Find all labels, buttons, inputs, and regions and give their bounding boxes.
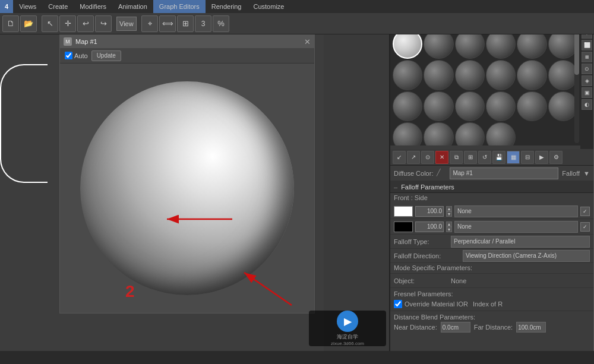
toolbar-percent-btn[interactable]: % [213,15,229,32]
map-panel-title: Map #1 [75,38,97,45]
none-dropdown-2[interactable]: None [454,221,578,233]
dropdown-arrow-icon[interactable]: ▼ [583,170,590,177]
right-tool-panel: ○ ⬜ ▦ ⊙ ◈ ▣ ◐ [580,27,593,149]
sphere-preview [80,81,294,295]
toolbar-open-btn[interactable]: 📂 [20,15,37,32]
falloff-dir-dropdown[interactable]: Viewing Direction (Camera Z-Axis) [463,250,590,262]
view-dropdown[interactable]: View [116,17,137,31]
mat-sample-22[interactable] [486,122,516,145]
mat-tool-bg-btn[interactable]: ▣ [582,87,592,98]
checkbox-1[interactable]: ✓ [580,207,590,216]
mat-sample-16[interactable] [486,91,516,121]
falloff-type-dropdown[interactable]: Perpendicular / Parallel [451,236,590,248]
mat-sample-8[interactable] [424,60,453,90]
spin-up-2[interactable]: ▲ [446,221,452,227]
spin-up-1[interactable]: ▲ [446,206,452,211]
mat-sample-12[interactable] [548,60,578,90]
diffuse-color-row: Diffuse Color: ╱ Map #1 Falloff ▼ [390,166,593,181]
mat-sample-20[interactable] [424,122,453,145]
mat-tool-cylinder-btn[interactable]: ⬜ [582,40,592,50]
param-value-2[interactable] [415,221,444,232]
map-preview-area [60,64,314,313]
map-panel-titlebar[interactable]: M Map #1 ✕ [60,35,314,48]
menu-animation[interactable]: Animation [112,0,153,13]
checkbox-2[interactable]: ✓ [580,222,590,232]
mat-sample-14[interactable] [424,91,453,121]
mat-sample-10[interactable] [486,60,516,90]
sample-scrollbar[interactable] [574,29,579,143]
mat-sample-15[interactable] [455,91,485,121]
mat-video-btn[interactable]: ▶ [535,151,548,164]
mat-copy-btn[interactable]: ⧉ [450,151,463,164]
mat-sample-9[interactable] [455,60,485,90]
mat-sample-21[interactable] [455,122,485,145]
toolbar-new-btn[interactable]: 🗋 [2,15,19,32]
mat-tool-backlight-btn[interactable]: ◐ [582,99,592,110]
toolbar-num-btn[interactable]: 3 [195,15,211,32]
mat-delete-btn[interactable]: ✕ [435,151,448,164]
falloff-section-title: Falloff Parameters [401,183,454,191]
spin-btns-1: ▲ ▼ [446,206,452,217]
diffuse-map-dropdown[interactable]: Map #1 [450,167,558,179]
auto-checkbox-label[interactable]: Auto [65,52,88,59]
menu-customize[interactable]: Customize [248,0,290,13]
mat-show-map-btn[interactable]: ▦ [507,151,520,164]
none-dropdown-1[interactable]: None [454,205,578,217]
black-color-swatch[interactable] [394,221,413,232]
map-panel-close[interactable]: ✕ [304,37,311,46]
mat-tool-env-btn[interactable]: ⊙ [582,64,592,74]
mat-get-btn[interactable]: ↙ [393,151,406,164]
mat-options-btn[interactable]: ⚙ [549,151,563,164]
white-color-swatch[interactable] [394,206,413,217]
material-editor: Material Editor - 水星 _ □ ✕ Modes Materia… [389,0,594,364]
far-distance-field[interactable] [516,322,546,333]
mat-show-end-btn[interactable]: ⊟ [521,151,534,164]
mat-reset-btn[interactable]: ↺ [478,151,491,164]
falloff-parameters-section: – Falloff Parameters Front : Side ▲ ▼ No… [390,181,593,335]
fresnel-section: Fresnel Parameters: Override Material IO… [390,288,593,311]
front-side-label: Front : Side [390,193,593,204]
menu-views[interactable]: Views [13,0,42,13]
toolbar-redo-btn[interactable]: ↪ [95,15,112,32]
mat-sample-11[interactable] [517,60,546,90]
param-value-1[interactable] [415,206,444,217]
mat-paste-btn[interactable]: ⊞ [464,151,477,164]
menu-app[interactable]: 4 [0,0,13,13]
mat-assign-btn[interactable]: ⊙ [421,151,434,164]
mat-sample-17[interactable] [517,91,546,121]
near-distance-field[interactable] [441,322,470,333]
toolbar-mirror-btn[interactable]: ⟺ [159,15,176,32]
distance-row: Near Distance: Far Distance: [394,322,590,333]
toolbar-undo-btn[interactable]: ↩ [77,15,94,32]
spin-btns-2: ▲ ▼ [446,221,452,232]
spin-down-2[interactable]: ▼ [446,227,452,232]
distance-header: Distance Blend Parameters: [394,314,590,321]
toolbar-select-btn[interactable]: ↖ [42,15,58,32]
mat-sample-13[interactable] [393,91,422,121]
menu-create[interactable]: Create [42,0,74,13]
mat-sample-7[interactable] [393,60,422,90]
main-toolbar: 🗋 📂 ↖ ✛ ↩ ↪ View ⌖ ⟺ ⊞ 3 % [0,13,594,34]
mat-sample-18[interactable] [548,91,578,121]
auto-checkbox[interactable] [65,52,72,59]
pipette-icon[interactable]: ╱ [437,169,446,178]
override-ior-checkbox[interactable] [394,300,402,308]
mat-put-btn[interactable]: ↗ [407,151,420,164]
distance-blend-section: Distance Blend Parameters: Near Distance… [390,311,593,335]
menu-modifiers[interactable]: Modifiers [74,0,112,13]
update-button[interactable]: Update [91,50,121,61]
falloff-section-header[interactable]: – Falloff Parameters [390,181,593,193]
spin-down-1[interactable]: ▼ [446,211,452,217]
toolbar-snap-btn[interactable]: ⌖ [141,15,158,32]
near-label: Near Distance: [394,324,437,331]
mat-tool-custom-btn[interactable]: ◈ [582,75,592,86]
menu-graph-editors[interactable]: Graph Editors [153,0,206,13]
menu-rendering[interactable]: Rendering [206,0,248,13]
menu-bar: 4 Views Create Modifiers Animation Graph… [0,0,594,13]
mat-save-btn[interactable]: 💾 [492,151,505,164]
mat-tool-checkerboard-btn[interactable]: ▦ [582,52,592,62]
mat-sample-19[interactable] [393,122,422,145]
toolbar-array-btn[interactable]: ⊞ [177,15,194,32]
section-collapse-icon: – [394,183,397,191]
toolbar-move-btn[interactable]: ✛ [59,15,76,32]
